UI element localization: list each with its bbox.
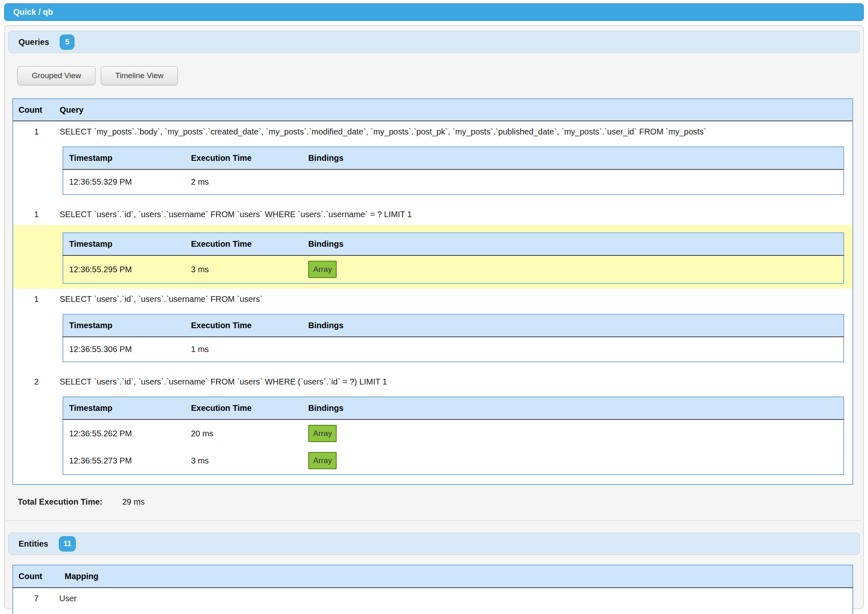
- execution-time: 2 ms: [185, 169, 303, 195]
- col-bindings: Bindings: [303, 397, 844, 419]
- execution-row: 12:36:55.295 PM 3 ms Array: [63, 255, 844, 283]
- execution-row: 12:36:55.329 PM 2 ms: [63, 169, 844, 195]
- execution-timestamp: 12:36:55.295 PM: [63, 255, 185, 283]
- execution-timestamp: 12:36:55.306 PM: [63, 337, 185, 362]
- query-count: 1: [13, 204, 60, 225]
- query-count: 1: [13, 289, 60, 310]
- entities-col-mapping: Mapping: [59, 565, 853, 588]
- execution-time: 20 ms: [185, 419, 303, 447]
- executions-area: Timestamp Execution Time Bindings 12:36:…: [13, 392, 852, 484]
- col-timestamp: Timestamp: [63, 233, 185, 255]
- col-bindings: Bindings: [303, 314, 844, 337]
- execution-time: 1 ms: [185, 337, 303, 362]
- execution-time: 3 ms: [185, 447, 303, 475]
- query-sql: SELECT `my_posts`.`body`, `my_posts`.`cr…: [60, 121, 852, 142]
- execution-row: 12:36:55.306 PM 1 ms: [63, 337, 844, 362]
- col-timestamp: Timestamp: [63, 314, 185, 337]
- entities-section-header[interactable]: Entities 11: [8, 533, 860, 555]
- executions-table: Timestamp Execution Time Bindings 12:36:…: [63, 314, 844, 362]
- entity-mapping: Post@myapp: [59, 609, 853, 614]
- execution-timestamp: 12:36:55.262 PM: [63, 419, 185, 447]
- entity-row: 4 Post@myapp: [13, 609, 853, 614]
- entities-col-count: Count: [13, 565, 59, 588]
- app-title-bar: Quick / qb: [4, 3, 864, 21]
- executions-area: Timestamp Execution Time Bindings 12:36:…: [13, 142, 852, 204]
- query-sql: SELECT `users`.`id`, `users`.`username` …: [60, 204, 852, 225]
- col-bindings: Bindings: [303, 233, 844, 255]
- executions-area-highlighted: Timestamp Execution Time Bindings 12:36:…: [13, 225, 852, 289]
- timeline-view-button[interactable]: Timeline View: [101, 66, 178, 85]
- execution-timestamp: 12:36:55.329 PM: [63, 169, 185, 195]
- col-timestamp: Timestamp: [63, 397, 185, 419]
- col-execution-time: Execution Time: [185, 233, 303, 255]
- query-group: 1 SELECT `my_posts`.`body`, `my_posts`.`…: [13, 121, 852, 204]
- execution-time: 3 ms: [185, 255, 303, 283]
- col-execution-time: Execution Time: [185, 397, 303, 419]
- queries-section-title: Queries: [19, 37, 49, 47]
- queries-table-header: Count Query: [13, 99, 852, 121]
- query-sql: SELECT `users`.`id`, `users`.`username` …: [60, 289, 852, 310]
- queries-col-count: Count: [13, 105, 60, 115]
- bindings-array-button[interactable]: Array: [308, 452, 337, 469]
- queries-count-badge: 5: [60, 35, 74, 50]
- execution-bindings-empty: [303, 169, 844, 195]
- executions-header-row: Timestamp Execution Time Bindings: [63, 147, 844, 169]
- total-execution-time-value: 29 ms: [122, 497, 144, 507]
- total-execution-time: Total Execution Time: 29 ms: [18, 497, 863, 507]
- execution-row: 12:36:55.262 PM 20 ms Array: [63, 419, 844, 447]
- view-toggle-row: Grouped View Timeline View: [17, 66, 863, 85]
- entities-table-wrap: Count Mapping 7 User 4 Post@myapp: [12, 565, 853, 614]
- query-group: 1 SELECT `users`.`id`, `users`.`username…: [13, 204, 852, 289]
- executions-table: Timestamp Execution Time Bindings 12:36:…: [63, 396, 844, 475]
- entities-table: Count Mapping 7 User 4 Post@myapp: [12, 565, 853, 614]
- executions-area: Timestamp Execution Time Bindings 12:36:…: [13, 310, 852, 371]
- col-execution-time: Execution Time: [185, 147, 303, 169]
- bindings-array-button[interactable]: Array: [308, 425, 337, 442]
- query-row: 1 SELECT `users`.`id`, `users`.`username…: [13, 204, 852, 225]
- total-execution-time-label: Total Execution Time:: [18, 497, 102, 507]
- queries-col-query: Query: [60, 105, 852, 115]
- entities-count-badge: 11: [59, 536, 76, 551]
- query-row: 1 SELECT `users`.`id`, `users`.`username…: [13, 289, 852, 310]
- col-timestamp: Timestamp: [63, 147, 185, 169]
- executions-header-row: Timestamp Execution Time Bindings: [63, 233, 844, 255]
- debug-panel: Queries 5 Grouped View Timeline View Cou…: [4, 25, 864, 609]
- executions-header-row: Timestamp Execution Time Bindings: [63, 314, 844, 337]
- execution-bindings-empty: [303, 337, 844, 362]
- execution-timestamp: 12:36:55.273 PM: [63, 447, 185, 475]
- executions-table: Timestamp Execution Time Bindings 12:36:…: [63, 146, 844, 195]
- query-sql: SELECT `users`.`id`, `users`.`username` …: [60, 371, 852, 392]
- entity-count: 4: [13, 609, 59, 614]
- queries-section-header[interactable]: Queries 5: [8, 31, 860, 53]
- entity-row: 7 User: [13, 588, 853, 609]
- query-count: 2: [13, 371, 60, 392]
- executions-header-row: Timestamp Execution Time Bindings: [63, 397, 844, 419]
- bindings-array-button[interactable]: Array: [308, 261, 337, 278]
- section-divider: [6, 520, 862, 521]
- col-execution-time: Execution Time: [185, 314, 303, 337]
- query-row: 2 SELECT `users`.`id`, `users`.`username…: [13, 371, 852, 392]
- executions-table: Timestamp Execution Time Bindings 12:36:…: [63, 232, 844, 284]
- entities-header-row: Count Mapping: [13, 565, 853, 588]
- entity-count: 7: [13, 588, 59, 609]
- query-group: 1 SELECT `users`.`id`, `users`.`username…: [13, 289, 852, 371]
- queries-table: Count Query 1 SELECT `my_posts`.`body`, …: [12, 98, 853, 485]
- execution-row: 12:36:55.273 PM 3 ms Array: [63, 447, 844, 475]
- app-title: Quick / qb: [13, 7, 53, 17]
- query-count: 1: [13, 121, 60, 142]
- entity-mapping: User: [59, 588, 853, 609]
- grouped-view-button[interactable]: Grouped View: [17, 66, 95, 85]
- query-row: 1 SELECT `my_posts`.`body`, `my_posts`.`…: [13, 121, 852, 142]
- col-bindings: Bindings: [303, 147, 844, 169]
- query-group: 2 SELECT `users`.`id`, `users`.`username…: [13, 371, 852, 484]
- entities-section-title: Entities: [19, 539, 48, 549]
